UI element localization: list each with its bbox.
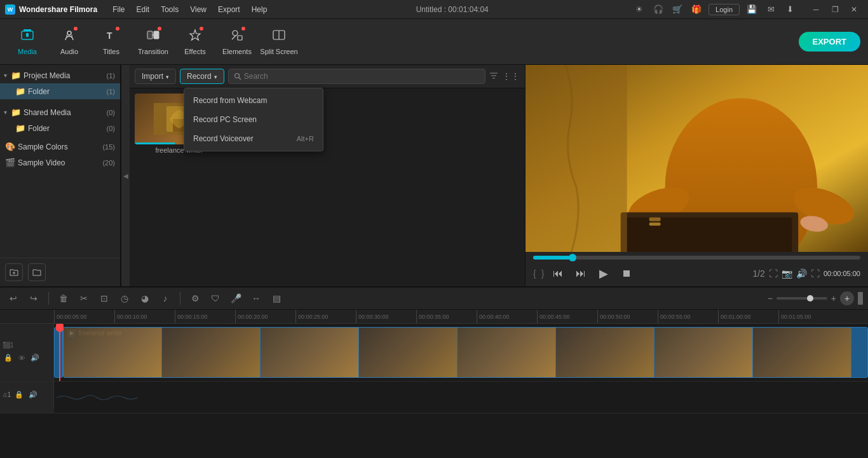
save-icon[interactable]: 💾 — [745, 3, 759, 17]
fit-icon[interactable]: ⛶ — [811, 268, 820, 279]
track-lock-button[interactable]: 🔒 — [3, 352, 14, 364]
project-media-count: (1) — [107, 72, 115, 80]
sidebar-project-media[interactable]: 📁 Project Media (1) — [0, 67, 120, 83]
redo-button[interactable]: ↪ — [25, 290, 42, 307]
toolbar-elements[interactable]: Elements — [217, 22, 257, 62]
close-button[interactable]: ✕ — [845, 3, 863, 17]
caption-button[interactable]: ▤ — [268, 290, 285, 307]
record-voiceover-item[interactable]: Record Voiceover Alt+R — [184, 129, 323, 148]
main-toolbar: Media Audio T Titles — [0, 19, 868, 65]
toolbar-split-screen[interactable]: Split Screen — [259, 22, 299, 62]
record-chevron — [214, 72, 217, 81]
record-screen-item[interactable]: Record PC Screen — [184, 110, 323, 129]
record-button[interactable]: Record — [180, 69, 224, 84]
app-title: Untitled : 00:01:04:04 — [272, 5, 632, 14]
delete-button[interactable]: 🗑 — [55, 290, 72, 307]
headphones-icon[interactable]: 🎧 — [651, 3, 665, 17]
sun-icon[interactable]: ☀ — [632, 3, 646, 17]
video-clip[interactable]: freelance writer — [63, 327, 868, 378]
title-bar: W Wondershare Filmora File Edit Tools Vi… — [0, 0, 868, 19]
toolbar-transition[interactable]: Transition — [133, 22, 173, 62]
filter-icon[interactable] — [489, 71, 498, 82]
ruler-mark-7: 00:00:40:00 — [477, 310, 537, 324]
search-input[interactable] — [244, 72, 480, 81]
sidebar-folder-1[interactable]: 📁 Folder (1) — [0, 83, 120, 99]
sidebar-collapse[interactable]: ◀ — [121, 65, 130, 286]
toolbar-titles[interactable]: T Titles — [92, 22, 131, 62]
color-button[interactable]: ◕ — [137, 290, 153, 307]
app-name: Wondershare Filmora — [19, 5, 97, 14]
preview-frame — [526, 65, 868, 252]
logo-icon: W — [5, 4, 15, 15]
record-webcam-label: Record from Webcam — [193, 96, 267, 105]
crop-button[interactable]: ⊡ — [96, 290, 112, 307]
speed-button[interactable]: ◷ — [116, 290, 133, 307]
media-toolbar: Import Record ⋮⋮ — [130, 65, 525, 88]
download-icon[interactable]: ⬇ — [783, 3, 797, 17]
add-folder-button[interactable] — [5, 263, 23, 281]
app-logo: W Wondershare Filmora — [5, 4, 97, 15]
sidebar-sample-video[interactable]: 🎬 Sample Video (20) — [0, 155, 120, 170]
skip-back-button[interactable]: ⏮ — [549, 265, 567, 282]
folder-2-count: (0) — [107, 125, 115, 132]
cut-button[interactable]: ✂ — [76, 290, 92, 307]
toolbar-effects[interactable]: Effects — [175, 22, 215, 62]
import-button[interactable]: Import — [135, 69, 176, 84]
folder-button[interactable] — [28, 263, 46, 281]
zoom-out-icon[interactable]: − — [768, 293, 773, 303]
play-button[interactable]: ▶ — [595, 265, 613, 282]
motion-button[interactable]: ↔ — [248, 290, 264, 307]
toolbar-media[interactable]: Media — [8, 22, 47, 62]
add-track-button[interactable]: + — [840, 291, 854, 305]
track-eye-button[interactable]: 👁 — [16, 352, 27, 364]
grid-icon[interactable]: ⋮⋮ — [502, 71, 520, 82]
audio-track-controls: ♫1 🔒 🔊 — [0, 382, 54, 407]
menu-tools[interactable]: Tools — [156, 3, 184, 17]
minimize-button[interactable]: ─ — [807, 3, 825, 17]
export-button[interactable]: EXPORT — [799, 32, 860, 52]
svg-rect-2 — [26, 33, 29, 37]
sidebar-shared-media[interactable]: 📁 Shared Media (0) — [0, 104, 120, 120]
audio-speaker-button[interactable]: 🔊 — [27, 389, 39, 400]
toolbar-audio[interactable]: Audio — [50, 22, 89, 62]
menu-edit[interactable]: Edit — [131, 3, 154, 17]
sidebar-folder-2[interactable]: 📁 Folder (0) — [0, 120, 120, 136]
ruler-mark-1: 00:00:10:00 — [114, 310, 175, 324]
clip-thumb-5 — [458, 328, 556, 377]
record-webcam-item[interactable]: Record from Webcam — [184, 91, 323, 110]
track-speaker-button[interactable]: 🔊 — [29, 352, 41, 364]
video-track-num: ⬛1 — [3, 342, 11, 349]
fullscreen-icon[interactable]: ⛶ — [769, 268, 778, 279]
menu-view[interactable]: View — [185, 3, 212, 17]
zoom-in-icon[interactable]: + — [831, 293, 836, 303]
video-track-row: ⬛1 🔒 👁 🔊 — [0, 324, 868, 382]
menu-export[interactable]: Export — [213, 3, 245, 17]
volume-icon[interactable]: 🔊 — [796, 268, 807, 279]
maximize-button[interactable]: ❐ — [826, 3, 844, 17]
sample-colors-count: (15) — [102, 143, 115, 151]
snapshot-icon[interactable]: 📷 — [782, 268, 792, 279]
undo-button[interactable]: ↩ — [5, 290, 22, 307]
gift-icon[interactable]: 🎁 — [689, 3, 703, 17]
cart-icon[interactable]: 🛒 — [670, 3, 684, 17]
clip-thumb-2 — [162, 328, 261, 377]
titles-badge — [116, 27, 119, 31]
elements-badge — [241, 27, 245, 31]
stop-button[interactable]: ⏹ — [618, 265, 635, 282]
step-back-button[interactable]: ⏭ — [572, 265, 590, 282]
audio-button[interactable]: ♪ — [157, 290, 173, 307]
progress-track[interactable] — [533, 256, 860, 260]
effects-icon — [188, 28, 202, 45]
menu-help[interactable]: Help — [247, 3, 273, 17]
audio-lock-button[interactable]: 🔒 — [13, 389, 25, 400]
sidebar-sample-colors[interactable]: 🎨 Sample Colors (15) — [0, 139, 120, 155]
zoom-thumb — [807, 295, 813, 302]
zoom-slider[interactable] — [776, 297, 827, 300]
settings-button[interactable]: ⚙ — [187, 290, 203, 307]
mail-icon[interactable]: ✉ — [764, 3, 778, 17]
mic-button[interactable]: 🎤 — [227, 290, 244, 307]
menu-file[interactable]: File — [107, 3, 130, 17]
shield-button[interactable]: 🛡 — [207, 290, 224, 307]
login-button[interactable]: Login — [709, 4, 740, 15]
audio-waveform — [54, 382, 868, 413]
